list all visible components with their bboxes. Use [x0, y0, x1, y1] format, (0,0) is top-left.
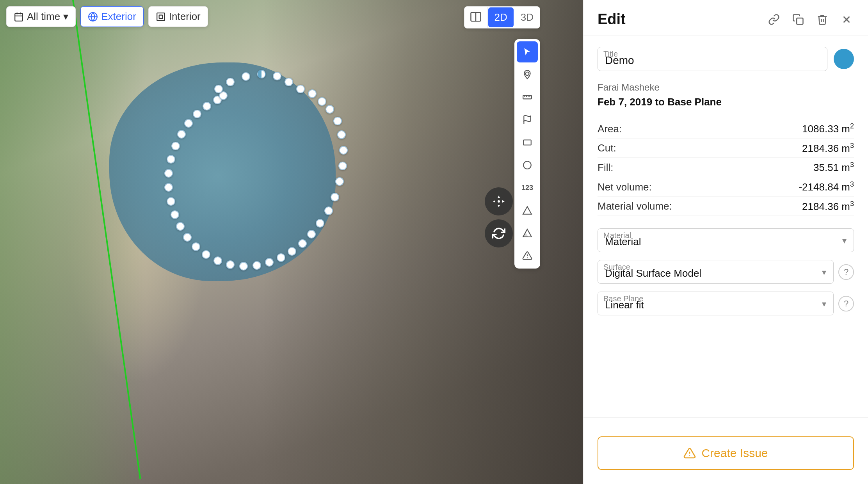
move-map-btn[interactable] — [485, 187, 513, 215]
polygon-point[interactable] — [326, 105, 334, 114]
polygon-point[interactable] — [214, 85, 223, 93]
svg-point-24 — [498, 200, 500, 203]
title-input-wrap[interactable]: Title Demo — [598, 47, 827, 71]
polygon-point[interactable] — [288, 247, 296, 256]
polygon-point[interactable] — [277, 253, 285, 262]
polygon-point[interactable] — [167, 197, 175, 206]
polygon-point[interactable] — [226, 78, 235, 86]
polygon-point[interactable] — [176, 222, 185, 231]
polygon-point[interactable] — [296, 85, 305, 93]
stat-area: Area: 1086.33 m2 — [598, 119, 854, 139]
svg-rect-7 — [159, 15, 162, 18]
polygon-point[interactable] — [242, 72, 250, 81]
stat-net-volume-label: Net volume: — [598, 181, 652, 193]
polygon-point[interactable] — [331, 193, 339, 201]
svg-point-29 — [689, 455, 690, 456]
stat-net-volume-value: -2148.84 m3 — [799, 180, 854, 193]
polygon-point[interactable] — [203, 102, 211, 110]
polygon-point[interactable] — [338, 162, 347, 170]
rectangle-tool-btn[interactable] — [517, 132, 538, 153]
polygon-point[interactable] — [171, 210, 179, 219]
polygon-point[interactable] — [298, 239, 307, 248]
map-controls — [485, 187, 513, 247]
surface-chevron-icon: ▾ — [822, 267, 826, 278]
interior-btn[interactable]: Interior — [148, 6, 208, 27]
link-icon — [768, 14, 780, 25]
polygon-point[interactable] — [202, 250, 210, 259]
polygon-point[interactable] — [192, 242, 200, 251]
title-field-row: Title Demo — [598, 47, 854, 71]
base-plane-dropdown[interactable]: Base Plane Linear fit ▾ — [598, 292, 834, 315]
mountain-tool-btn[interactable] — [517, 222, 538, 244]
close-btn[interactable] — [839, 12, 854, 27]
cursor-tool-btn[interactable] — [517, 41, 538, 62]
warning-map-icon — [522, 251, 532, 261]
polygon-point[interactable] — [184, 119, 193, 128]
calendar-icon — [14, 12, 24, 22]
flag-tool-btn[interactable] — [517, 109, 538, 130]
triangle-tool-btn[interactable] — [517, 200, 538, 221]
refresh-map-btn[interactable] — [485, 219, 513, 247]
cursor-icon — [522, 47, 532, 57]
exterior-btn[interactable]: Exterior — [80, 6, 144, 27]
polygon-point[interactable] — [307, 230, 316, 238]
circle-tool-btn[interactable] — [517, 155, 538, 176]
chevron-down-icon: ▾ — [63, 11, 68, 23]
split-view-icon[interactable] — [464, 7, 487, 28]
link-btn[interactable] — [767, 12, 781, 27]
flag-icon — [522, 115, 532, 125]
stat-area-label: Area: — [598, 123, 622, 135]
svg-point-18 — [523, 161, 531, 169]
stat-cut-value: 2184.36 m3 — [802, 142, 854, 155]
copy-btn[interactable] — [791, 12, 806, 27]
stat-material-volume-value: 2184.36 m3 — [802, 200, 854, 213]
delete-icon — [816, 14, 828, 25]
polygon-point[interactable] — [177, 130, 186, 139]
polygon-point[interactable] — [183, 233, 192, 242]
surface-dropdown[interactable]: Surface Digital Surface Model ▾ — [598, 260, 834, 284]
polygon-point[interactable] — [285, 78, 293, 86]
create-issue-btn[interactable]: Create Issue — [598, 436, 854, 470]
delete-btn[interactable] — [815, 12, 830, 27]
location-tool-btn[interactable] — [517, 64, 538, 85]
polygon-point[interactable] — [253, 261, 261, 270]
polygon-point[interactable] — [167, 155, 175, 164]
time-filter-btn[interactable]: All time ▾ — [6, 6, 76, 27]
polygon-point[interactable] — [164, 183, 173, 192]
ruler-tool-btn[interactable] — [517, 87, 538, 108]
polygon-point[interactable] — [273, 72, 281, 80]
polygon-point[interactable] — [337, 130, 346, 139]
polygon-point[interactable] — [318, 97, 326, 106]
location-icon — [522, 69, 532, 80]
polygon-point[interactable] — [226, 260, 235, 269]
color-picker[interactable] — [834, 49, 854, 69]
stat-material-volume: Material volume: 2184.36 m3 — [598, 197, 854, 216]
polygon-point[interactable] — [333, 117, 342, 125]
polygon-point[interactable] — [213, 256, 222, 265]
refresh-icon — [492, 227, 505, 240]
polygon-point[interactable] — [265, 258, 274, 267]
polygon-point[interactable] — [171, 142, 180, 150]
polygon-point[interactable] — [308, 89, 317, 98]
polygon-point[interactable] — [239, 262, 248, 270]
3d-btn[interactable]: 3D — [514, 7, 540, 27]
svg-rect-6 — [157, 13, 165, 21]
surface-info-btn[interactable]: ? — [838, 264, 854, 280]
material-dropdown[interactable]: Material Material ▾ — [598, 228, 854, 252]
polygon-point[interactable] — [324, 206, 333, 215]
stat-fill-label: Fill: — [598, 162, 613, 174]
base-plane-info-btn[interactable]: ? — [838, 296, 854, 311]
number-tool-btn[interactable]: 123 — [517, 177, 538, 198]
polygon-point[interactable] — [257, 70, 266, 78]
2d-btn[interactable]: 2D — [488, 7, 514, 27]
warning-map-tool-btn[interactable] — [517, 245, 538, 266]
polygon-point[interactable] — [316, 219, 324, 228]
triangle-icon — [522, 205, 532, 215]
polygon-point[interactable] — [164, 169, 173, 178]
base-plane-row: Base Plane Linear fit ▾ ? — [598, 292, 854, 315]
polygon-point[interactable] — [339, 146, 348, 155]
stat-area-value: 1086.33 m2 — [802, 122, 854, 135]
mountain-icon — [522, 228, 532, 238]
polygon-point[interactable] — [335, 177, 344, 186]
polygon-point[interactable] — [193, 110, 201, 118]
